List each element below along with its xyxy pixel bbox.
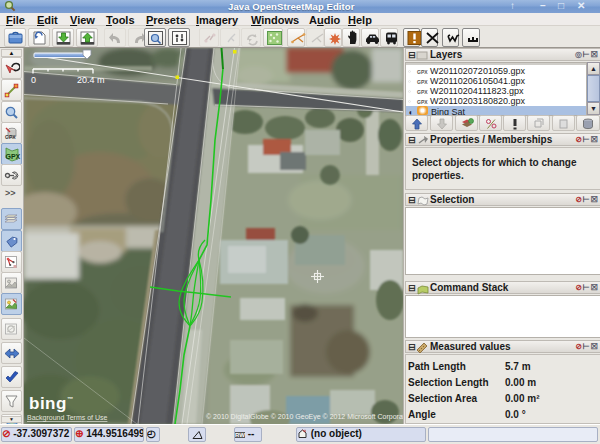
svg-text:0: 0 [31,75,36,85]
svg-text:GPX: GPX [5,134,16,140]
svg-text:GPX: GPX [6,153,21,160]
svg-text:© 2010 DigitalGlobe © 2010 Geo: © 2010 DigitalGlobe © 2010 GeoEye © 2012… [206,413,403,421]
svg-text:Background Terms of Use: Background Terms of Use [27,414,108,422]
svg-text:20.4 m: 20.4 m [77,75,105,85]
svg-text:bing™: bing™ [29,394,73,413]
